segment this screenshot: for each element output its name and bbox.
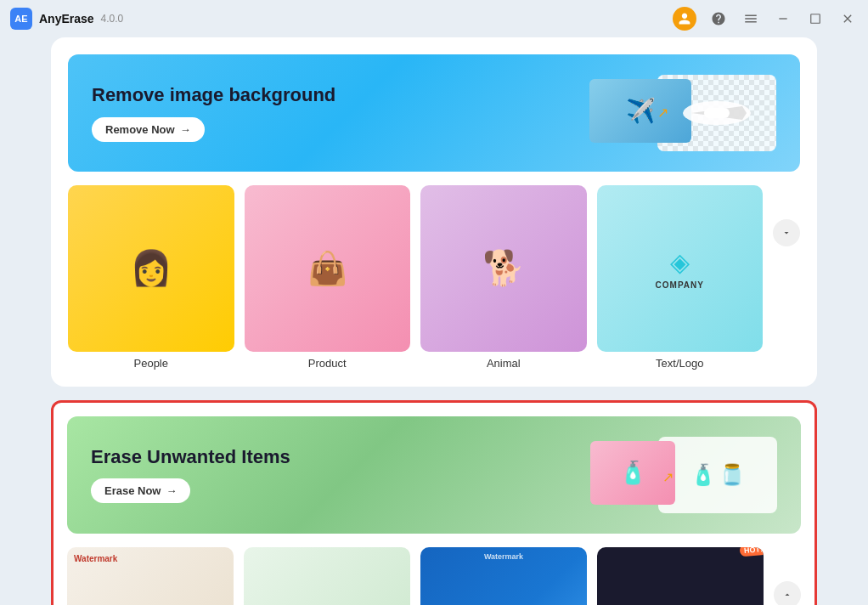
people-thumb: 👩 xyxy=(68,185,234,352)
watermark-thumb: Watermark 🚲 xyxy=(67,547,234,606)
expand-categories-button[interactable] xyxy=(773,219,800,246)
erase-banner: Erase Unwanted Items Erase Now → 🧴 🫙 🧴 ↗ xyxy=(67,416,801,534)
product-label: Product xyxy=(308,357,347,370)
bg-remove-categories: 👩 People 👜 Product 🐕 Animal xyxy=(68,185,800,370)
remove-bg-title: Remove image background xyxy=(92,84,335,106)
textlogo-thumb: ◈ COMPANY xyxy=(597,185,764,352)
close-button[interactable] xyxy=(837,8,858,29)
banner-image: ✈️ ↗ xyxy=(606,75,776,151)
tiktok-thumb: HOT! ▶ TikTok xyxy=(597,547,764,606)
app-icon: AE xyxy=(10,8,32,30)
product-thumb: 👜 xyxy=(245,185,411,352)
erase-items-section: Erase Unwanted Items Erase Now → 🧴 🫙 🧴 ↗ xyxy=(51,400,817,606)
svg-rect-3 xyxy=(704,108,730,118)
category-watermark[interactable]: Watermark 🚲 Watermark xyxy=(67,547,234,606)
category-text[interactable]: BONJOUR Text xyxy=(244,547,410,606)
erase-now-button[interactable]: Erase Now → xyxy=(91,478,190,503)
category-video-watermark[interactable]: Watermark ▶ Video Watermark xyxy=(420,547,587,606)
hot-badge: HOT! xyxy=(739,547,764,557)
main-content: Remove image background Remove Now → ✈️ xyxy=(0,37,868,605)
minimize-button[interactable] xyxy=(773,8,793,29)
user-avatar[interactable] xyxy=(673,7,696,31)
svg-rect-0 xyxy=(811,14,820,24)
app-name: AnyErase xyxy=(39,12,94,25)
remove-bg-banner: Remove image background Remove Now → ✈️ xyxy=(68,54,800,172)
erase-banner-text: Erase Unwanted Items Erase Now → xyxy=(91,446,290,503)
remove-background-section: Remove image background Remove Now → ✈️ xyxy=(51,37,817,387)
maximize-button[interactable] xyxy=(805,8,826,29)
text-thumb: BONJOUR xyxy=(244,547,410,606)
remove-now-button[interactable]: Remove Now → xyxy=(92,117,205,142)
company-text: COMPANY xyxy=(656,280,704,290)
company-diamond-icon: ◈ xyxy=(670,247,690,277)
bottles-bg: 🧴 🫙 xyxy=(658,437,777,513)
title-left: AE AnyErase 4.0.0 xyxy=(10,8,123,30)
animal-thumb: 🐕 xyxy=(420,185,587,352)
category-product[interactable]: 👜 Product xyxy=(245,185,411,370)
company-inner: ◈ COMPANY xyxy=(656,247,704,290)
erase-banner-image: 🧴 🫙 🧴 ↗ xyxy=(607,437,777,513)
help-button[interactable] xyxy=(708,8,729,29)
category-tiktok-logo[interactable]: HOT! ▶ TikTok TikTok Logo xyxy=(597,547,764,606)
people-label: People xyxy=(134,357,168,370)
erase-title: Erase Unwanted Items xyxy=(91,446,290,468)
app-version: 4.0.0 xyxy=(101,13,124,25)
category-items-grid: 👩 People 👜 Product 🐕 Animal xyxy=(68,185,763,370)
collapse-erase-categories-button[interactable] xyxy=(774,581,801,606)
erase-category-items-row1: Watermark 🚲 Watermark BONJOUR Text xyxy=(67,547,764,606)
title-right xyxy=(673,7,858,31)
textlogo-label: Text/Logo xyxy=(656,357,703,370)
category-animal[interactable]: 🐕 Animal xyxy=(420,185,587,370)
category-people[interactable]: 👩 People xyxy=(68,185,234,370)
menu-button[interactable] xyxy=(741,8,761,29)
title-bar: AE AnyErase 4.0.0 xyxy=(0,0,868,37)
watermark-overlay-text: Watermark xyxy=(74,554,117,563)
animal-label: Animal xyxy=(487,357,521,370)
category-text-logo[interactable]: ◈ COMPANY Text/Logo xyxy=(597,185,764,370)
video-watermark-thumb: Watermark ▶ xyxy=(420,547,587,606)
banner-text-area: Remove image background Remove Now → xyxy=(92,84,335,141)
erase-categories-row1: Watermark 🚲 Watermark BONJOUR Text xyxy=(67,547,801,606)
